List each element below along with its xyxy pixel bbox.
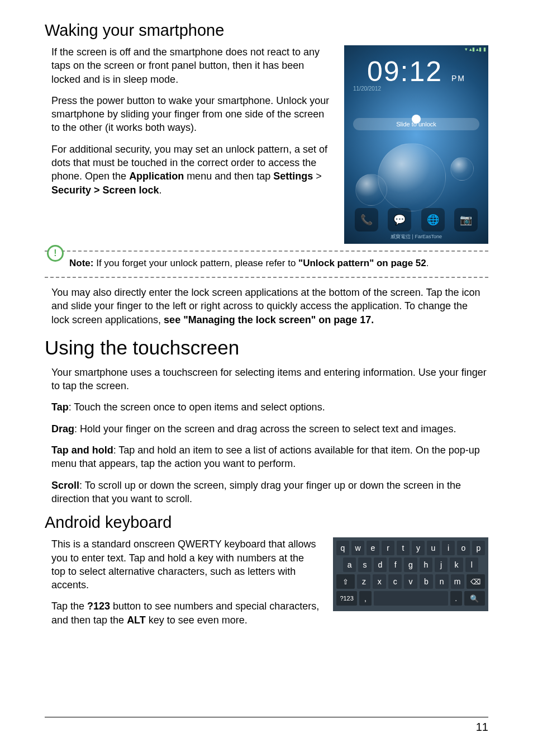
dock-camera-icon: 📷 (454, 208, 478, 231)
clock-ampm: PM (451, 74, 465, 83)
kb-row-4: ?123 , . 🔍 (336, 591, 485, 606)
key-m: m (451, 574, 464, 589)
key-o: o (457, 541, 470, 555)
heading-touchscreen: Using the touchscreen (45, 337, 488, 359)
waking-p3-gt: > (313, 171, 322, 182)
kb-p2-a: Tap the (51, 601, 87, 612)
kb-p2-d: ALT (127, 615, 146, 626)
key-q: q (336, 541, 349, 555)
key-y: y (412, 541, 425, 555)
key-n: n (435, 574, 449, 589)
key-r: r (382, 541, 394, 555)
note-box: ! Note: If you forget your unlock patter… (45, 251, 488, 278)
key-s: s (358, 557, 371, 572)
clock-time: 09:12 (367, 56, 442, 87)
slide-to-unlock-label: Slide to unlock (396, 121, 436, 127)
clock: 09:12 PM (344, 55, 488, 88)
drag-label: Drag (51, 423, 74, 434)
post-note: You may also directly enter the lock scr… (51, 286, 488, 327)
kb-row-3: ⇧ z x c v b n m ⌫ (336, 574, 485, 589)
key-e: e (367, 541, 379, 555)
post-note-b: see "Managing the lock screen" on page 1… (164, 314, 374, 325)
note-a: If you forget your unlock pattern, pleas… (93, 258, 298, 268)
scroll-label: Scroll (51, 480, 79, 491)
status-bar: ▾ ▴▮ ▴▮ ▮ (465, 46, 486, 52)
page-number: 11 (45, 717, 488, 734)
kb-p2-b: ?123 (87, 601, 110, 612)
key-z: z (357, 574, 370, 589)
key-f: f (389, 557, 402, 572)
key-k: k (450, 557, 463, 572)
key-123: ?123 (336, 591, 357, 606)
keyboard-p2: Tap the ?123 button to see numbers and s… (51, 599, 320, 627)
key-i: i (442, 541, 455, 555)
key-g: g (404, 557, 417, 572)
key-comma: , (359, 591, 371, 606)
key-p: p (472, 541, 485, 555)
key-d: d (374, 557, 387, 572)
drag-text: : Hold your finger on the screen and dra… (74, 423, 456, 434)
note-dot: . (426, 258, 429, 268)
waking-p3-sec: Security > Screen lock (51, 185, 159, 196)
dock-phone-icon: 📞 (355, 208, 378, 231)
taphold-text: : Tap and hold an item to see a list of … (51, 445, 480, 469)
waking-p3-app: Application (129, 171, 184, 182)
key-a: a (343, 557, 356, 572)
lockscreen-date: 11/20/2012 (353, 86, 381, 92)
waking-p3b: menu and then tap (184, 171, 273, 182)
key-t: t (397, 541, 410, 555)
kb-row-1: q w e r t y u i o p (336, 541, 485, 555)
key-search-icon: 🔍 (464, 591, 485, 606)
key-space (374, 591, 448, 606)
touchscreen-drag: Drag: Hold your finger on the screen and… (51, 422, 488, 436)
key-backspace-icon: ⌫ (467, 574, 485, 589)
waking-p3: For additional security, you may set an … (51, 143, 331, 197)
keyboard-illustration: q w e r t y u i o p a s d f g h (333, 537, 488, 611)
kb-p2-e: key to see even more. (146, 615, 248, 626)
keyboard-p1: This is a standard onscreen QWERTY keybo… (51, 537, 320, 592)
waking-p3-dot: . (159, 185, 162, 196)
key-shift-icon: ⇧ (336, 574, 355, 589)
touchscreen-tap: Tap: Touch the screen once to open items… (51, 400, 488, 414)
tap-text: : Touch the screen once to open items an… (69, 401, 325, 413)
tap-label: Tap (51, 401, 69, 413)
dock-messages-icon: 💬 (388, 208, 411, 231)
heading-keyboard: Android keyboard (45, 513, 488, 532)
note-ref: "Unlock pattern" on page 52 (298, 258, 426, 268)
key-x: x (373, 574, 386, 589)
key-u: u (427, 541, 440, 555)
key-j: j (435, 557, 448, 572)
touchscreen-intro: Your smartphone uses a touchscreen for s… (51, 366, 488, 393)
note-label: Note: (69, 258, 93, 268)
key-c: c (388, 574, 402, 589)
kb-row-2: a s d f g h j k l (336, 557, 485, 572)
carrier-label: 威寶電信 | FarEasTone (344, 233, 488, 240)
key-b: b (420, 574, 433, 589)
key-dot: . (450, 591, 462, 606)
touchscreen-taphold: Tap and hold: Tap and hold an item to se… (51, 443, 488, 471)
heading-waking: Waking your smartphone (45, 21, 488, 40)
lockscreen-illustration: ▾ ▴▮ ▴▮ ▮ 09:12 PM 11/20/2012 Slide to u… (344, 45, 488, 244)
waking-p1: If the screen is off and the smartphone … (51, 45, 331, 86)
waking-p3-settings: Settings (273, 171, 313, 182)
lockscreen-dock: 📞 💬 🌐 📷 (344, 208, 488, 231)
key-w: w (351, 541, 364, 555)
scroll-text: : To scroll up or down the screen, simpl… (51, 480, 461, 504)
warning-icon: ! (47, 245, 64, 262)
dock-browser-icon: 🌐 (421, 208, 445, 231)
waking-p2: Press the power button to wake your smar… (51, 94, 331, 135)
slider-track: Slide to unlock (353, 118, 479, 130)
taphold-label: Tap and hold (51, 445, 113, 456)
key-l: l (465, 557, 478, 572)
key-v: v (404, 574, 417, 589)
key-h: h (420, 557, 432, 572)
touchscreen-scroll: Scroll: To scroll up or down the screen,… (51, 479, 488, 506)
